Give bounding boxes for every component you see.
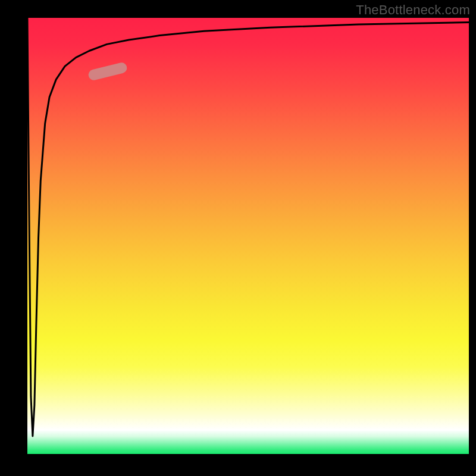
plot-area [27,18,469,454]
attribution-label: TheBottleneck.com [356,2,470,18]
chart-curve [27,18,469,458]
